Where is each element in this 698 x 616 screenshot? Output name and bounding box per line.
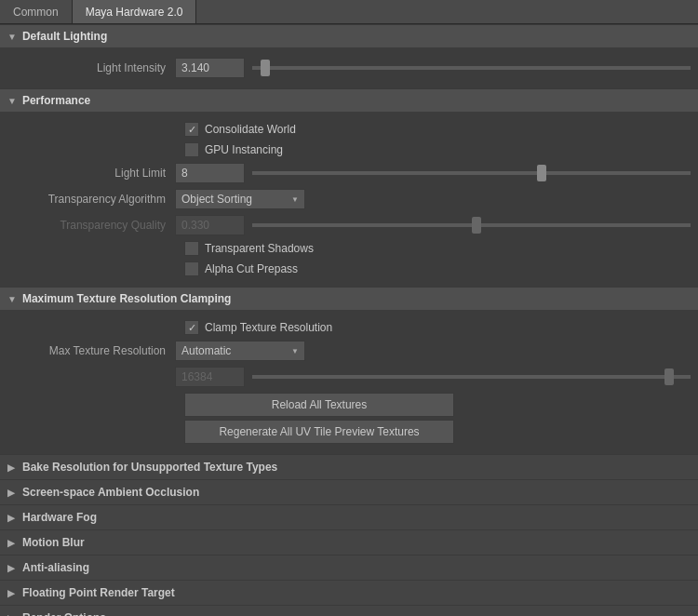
- max-texture-resolution-dropdown[interactable]: Automatic ▼: [175, 341, 305, 361]
- collapsed-arrow-icon: ▶: [7, 513, 15, 523]
- collapsed-arrow-icon: ▶: [7, 613, 15, 617]
- collapsed-arrow-icon: ▶: [7, 588, 15, 598]
- dropdown-arrow-icon: ▼: [291, 195, 299, 204]
- transparent-shadows-row: Transparent Shadows: [0, 238, 698, 259]
- collapsed-section-label: Render Options: [22, 611, 106, 616]
- clamp-texture-row: Clamp Texture Resolution: [0, 317, 698, 338]
- section-default-lighting[interactable]: ▼ Default Lighting: [0, 24, 698, 47]
- collapsed-section-label: Floating Point Render Target: [22, 586, 175, 599]
- resolution-value-row: [0, 364, 698, 390]
- texture-clamping-arrow-icon: ▼: [7, 294, 17, 304]
- light-limit-input[interactable]: [175, 163, 245, 183]
- consolidate-world-row: Consolidate World: [0, 119, 698, 140]
- section-default-lighting-content: Light Intensity: [0, 47, 698, 88]
- collapsed-section-label: Bake Resolution for Unsupported Texture …: [22, 461, 277, 474]
- max-texture-resolution-row: Max Texture Resolution Automatic ▼: [0, 338, 698, 364]
- light-limit-row: Light Limit: [0, 160, 698, 186]
- transparency-quality-label: Transparency Quality: [7, 219, 175, 232]
- transparency-algorithm-dropdown[interactable]: Object Sorting ▼: [175, 189, 305, 209]
- transparency-quality-row: Transparency Quality: [0, 212, 698, 238]
- consolidate-world-label: Consolidate World: [205, 123, 296, 136]
- tab-bar: Common Maya Hardware 2.0: [0, 0, 698, 24]
- collapsed-sections: ▶ Bake Resolution for Unsupported Textur…: [0, 454, 698, 616]
- collapsed-section-floating-point[interactable]: ▶ Floating Point Render Target: [0, 580, 698, 605]
- collapsed-section-screen-space-ao[interactable]: ▶ Screen-space Ambient Occlusion: [0, 479, 698, 504]
- light-limit-slider-container: [175, 163, 691, 183]
- collapsed-section-label: Anti-aliasing: [22, 561, 89, 574]
- light-limit-label: Light Limit: [7, 167, 175, 180]
- collapsed-section-render-options[interactable]: ▶ Render Options: [0, 605, 698, 616]
- light-intensity-slider-container: [175, 58, 691, 78]
- light-intensity-track[interactable]: [252, 66, 691, 70]
- alpha-cut-prepass-label: Alpha Cut Prepass: [205, 262, 298, 275]
- collapsed-arrow-icon: ▶: [7, 462, 15, 473]
- transparent-shadows-label: Transparent Shadows: [205, 242, 314, 255]
- consolidate-world-checkbox[interactable]: [184, 122, 199, 137]
- section-texture-clamping-title: Maximum Texture Resolution Clamping: [22, 292, 231, 305]
- transparency-algorithm-value: Object Sorting: [181, 193, 252, 206]
- section-performance-title: Performance: [22, 94, 90, 107]
- max-texture-resolution-label: Max Texture Resolution: [7, 344, 175, 357]
- tab-common[interactable]: Common: [0, 0, 73, 23]
- max-texture-resolution-dropdown-container: Automatic ▼: [175, 341, 305, 361]
- gpu-instancing-label: GPU Instancing: [205, 143, 283, 156]
- section-default-lighting-title: Default Lighting: [22, 30, 107, 43]
- collapsed-section-anti-aliasing[interactable]: ▶ Anti-aliasing: [0, 555, 698, 580]
- light-intensity-row: Light Intensity: [0, 55, 698, 81]
- transparency-algorithm-label: Transparency Algorithm: [7, 193, 175, 206]
- arrow-icon: ▼: [7, 32, 17, 42]
- section-performance[interactable]: ▼ Performance: [0, 88, 698, 112]
- resolution-value-slider-container: [175, 367, 691, 387]
- light-intensity-input[interactable]: [175, 58, 245, 78]
- light-limit-track[interactable]: [252, 171, 691, 175]
- alpha-cut-prepass-checkbox[interactable]: [184, 261, 199, 276]
- transparency-algorithm-dropdown-container: Object Sorting ▼: [175, 189, 305, 209]
- collapsed-section-label: Hardware Fog: [22, 511, 97, 524]
- resolution-value-thumb: [664, 368, 674, 385]
- collapsed-section-bake-resolution[interactable]: ▶ Bake Resolution for Unsupported Textur…: [0, 454, 698, 479]
- max-texture-dropdown-arrow-icon: ▼: [291, 347, 299, 355]
- tab-maya-hardware[interactable]: Maya Hardware 2.0: [73, 0, 197, 23]
- section-texture-clamping[interactable]: ▼ Maximum Texture Resolution Clamping: [0, 287, 698, 310]
- transparent-shadows-checkbox[interactable]: [184, 241, 199, 256]
- resolution-value-track: [252, 375, 691, 379]
- max-texture-resolution-value: Automatic: [181, 344, 231, 357]
- collapsed-arrow-icon: ▶: [7, 563, 15, 573]
- collapsed-section-motion-blur[interactable]: ▶ Motion Blur: [0, 529, 698, 555]
- light-intensity-label: Light Intensity: [7, 61, 175, 74]
- transparency-algorithm-row: Transparency Algorithm Object Sorting ▼: [0, 186, 698, 212]
- collapsed-arrow-icon: ▶: [7, 538, 15, 548]
- light-limit-thumb[interactable]: [537, 165, 546, 181]
- section-performance-content: Consolidate World GPU Instancing Light L…: [0, 112, 698, 287]
- transparency-quality-thumb: [472, 217, 481, 234]
- gpu-instancing-row: GPU Instancing: [0, 140, 698, 160]
- regenerate-uv-button[interactable]: Regenerate All UV Tile Preview Textures: [184, 420, 454, 444]
- transparency-quality-input: [175, 215, 245, 235]
- alpha-cut-prepass-row: Alpha Cut Prepass: [0, 259, 698, 279]
- clamp-texture-checkbox[interactable]: [184, 320, 199, 335]
- gpu-instancing-checkbox[interactable]: [184, 142, 199, 157]
- transparency-quality-slider-container: [175, 215, 691, 235]
- resolution-value-input: [175, 367, 245, 387]
- collapsed-arrow-icon: ▶: [7, 488, 15, 498]
- clamp-texture-label: Clamp Texture Resolution: [205, 321, 332, 334]
- light-intensity-thumb[interactable]: [261, 60, 270, 76]
- performance-arrow-icon: ▼: [7, 96, 17, 106]
- collapsed-section-hardware-fog[interactable]: ▶ Hardware Fog: [0, 504, 698, 529]
- collapsed-section-label: Motion Blur: [22, 536, 85, 549]
- section-texture-clamping-content: Clamp Texture Resolution Max Texture Res…: [0, 310, 698, 454]
- collapsed-section-label: Screen-space Ambient Occlusion: [22, 486, 199, 499]
- transparency-quality-track: [252, 223, 691, 227]
- reload-all-textures-button[interactable]: Reload All Textures: [184, 393, 454, 417]
